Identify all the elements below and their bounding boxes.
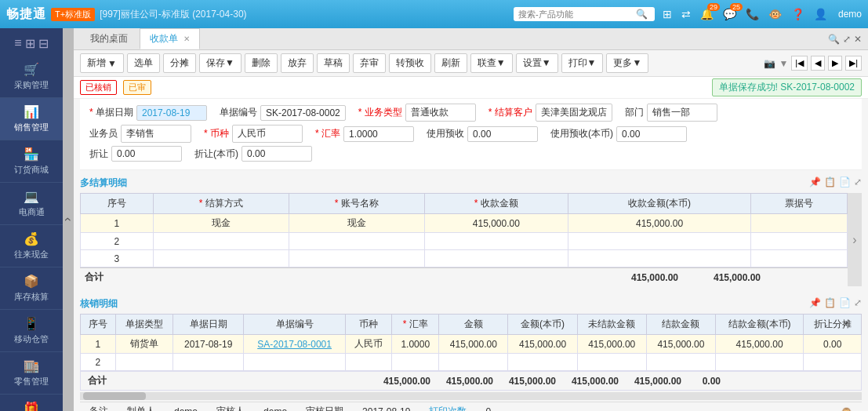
v-copy-icon[interactable]: 📋 (824, 297, 836, 308)
user-icon[interactable]: 👤 (812, 6, 829, 22)
bill-date-value[interactable]: 2017-08-19 (136, 105, 207, 121)
refresh-button[interactable]: 刷新 (434, 53, 467, 73)
sidebar-item-retail[interactable]: 🏬 零售管理 (0, 352, 63, 395)
ms-table-row[interactable]: 2 (81, 233, 848, 250)
split-button[interactable]: 分摊 (163, 53, 196, 73)
v-cell-outstanding: 415,000.00 (577, 335, 646, 354)
retail-icon: 🏬 (24, 358, 39, 373)
select-button[interactable]: 选单 (127, 53, 160, 73)
copy-icon[interactable]: 📋 (824, 176, 836, 187)
ms-cell-bill-no (751, 250, 848, 267)
link-button[interactable]: 联查▼ (470, 53, 513, 73)
creator-value: demo (174, 406, 198, 412)
tab-receipt[interactable]: 收款单 ✕ (140, 28, 200, 49)
v-cell-bill-no (244, 354, 346, 371)
expand-icon[interactable]: ⤢ (843, 34, 851, 45)
v-total-row: 合计 415,000.00 415,000.00 415,000.00 415,… (80, 371, 862, 391)
expand-table-icon[interactable]: ⤢ (854, 176, 862, 187)
biz-type-label: * 业务类型 (358, 106, 402, 119)
more-button[interactable]: 更多▼ (606, 53, 648, 73)
ms-cell-amount-local: 415,000.00 (568, 214, 750, 233)
draft-button[interactable]: 草稿 (317, 53, 350, 73)
creator-label: 制单人 (127, 405, 155, 411)
v-table-row[interactable]: 2 (81, 354, 862, 371)
horizontal-scrollbar[interactable] (80, 392, 862, 400)
print-button[interactable]: 打印▼ (561, 53, 604, 73)
notification-icon[interactable]: 🔔29 (699, 6, 715, 22)
nav-last-button[interactable]: ▶| (845, 56, 862, 71)
sidebar-item-cash[interactable]: 💰 往来现金 (0, 225, 63, 267)
sidebar-item-promo[interactable]: 🎁 促销管理 (0, 395, 63, 411)
inventory-icon: 📦 (24, 274, 39, 289)
toolbar: 新增▼ 选单 分摊 保存▼ 删除 放弃 草稿 弃审 (74, 50, 868, 77)
v-expand-icon[interactable]: ⤢ (854, 297, 862, 308)
ms-total-amount-local: 415,000.00 (694, 272, 780, 283)
v-th-discount: 折让分摊 (804, 315, 862, 335)
sidebar-item-order[interactable]: 🏪 订货商城 (0, 140, 63, 183)
help-icon[interactable]: ❓ (790, 6, 806, 22)
content-area: 我的桌面 收款单 ✕ 🔍 ⤢ ✕ 新增▼ 选单 分摊 (74, 28, 868, 411)
sidebar-item-ecom[interactable]: 💻 电商通 (0, 183, 63, 225)
search-toolbar-icon[interactable]: 🔍 (828, 34, 840, 45)
search-box[interactable]: 🔍 (514, 7, 655, 21)
scrollable-content[interactable]: 单据日期 2017-08-19 单据编号 SK-2017-08-0002 * 业… (74, 99, 868, 411)
bottom-monkey-icon: 🐵 (841, 406, 852, 412)
v-table-row[interactable]: 1 销货单 2017-08-19 SA-2017-08-0001 人民币 1.0… (81, 335, 862, 354)
ms-total-label: 合计 (85, 271, 616, 284)
delete-button[interactable]: 删除 (245, 53, 278, 73)
nav-next-button[interactable]: ▶ (828, 56, 842, 71)
ms-cell-amount: 415,000.00 (424, 214, 568, 233)
customer-value[interactable]: 美津美固龙观店 (536, 104, 612, 122)
mobile-wh-icon: 📱 (24, 316, 39, 331)
multi-settlement-table-container: 序号 结算方式 账号名称 收款金额 收款金额(本币) 票据号 1 现金 (80, 193, 862, 286)
phone-icon[interactable]: 📞 (744, 6, 761, 22)
success-message: 单据保存成功! SK-2017-08-0002 (712, 78, 862, 96)
nav-prev-button[interactable]: ◀ (811, 56, 825, 71)
sidebar-item-mobile-wh[interactable]: 📱 移动仓管 (0, 310, 63, 352)
v-bill-no-link[interactable]: SA-2017-08-0001 (257, 339, 332, 350)
close-review-button[interactable]: 弃审 (353, 53, 386, 73)
transfer-icon[interactable]: ⇄ (680, 6, 692, 22)
ms-cell-no: 1 (81, 214, 154, 233)
ms-table-row[interactable]: 3 (81, 250, 848, 267)
transfer-button[interactable]: 转预收 (389, 53, 431, 73)
field-prepaid: 使用预收 0.00 (427, 126, 538, 142)
save-button[interactable]: 保存▼ (199, 53, 242, 73)
cash-icon: 💰 (24, 231, 39, 246)
pin-icon[interactable]: 📌 (809, 176, 821, 187)
nav-first-button[interactable]: |◀ (791, 56, 808, 71)
v-cell-bill-type (115, 354, 173, 371)
v-paste-icon[interactable]: 📄 (839, 297, 851, 308)
bill-no-label: 单据编号 (220, 106, 257, 119)
ms-right-panel[interactable]: › (848, 193, 862, 286)
sidebar-collapse-btn[interactable]: ‹ (63, 28, 74, 411)
message-icon[interactable]: 💬25 (721, 6, 738, 22)
scrollbar-thumb (83, 392, 146, 400)
settings-button[interactable]: 设置▼ (516, 53, 558, 73)
tab-close-receipt[interactable]: ✕ (183, 35, 190, 43)
paste-icon[interactable]: 📄 (839, 176, 851, 187)
sidebar-item-purchase[interactable]: 🛒 采购管理 (0, 56, 63, 98)
search-input[interactable] (518, 9, 636, 19)
sidebar-item-inventory[interactable]: 📦 库存核算 (0, 267, 63, 310)
rate-value: 1.0000 (343, 126, 414, 142)
sidebar-item-sales[interactable]: 📊 销售管理 (0, 98, 63, 140)
ms-table-row[interactable]: 1 现金 现金 415,000.00 415,000.00 (81, 214, 848, 233)
toolbar-nav-prev-icon[interactable]: ▼ (779, 58, 788, 69)
ms-th-account: 账号名称 (289, 194, 424, 214)
home-icon[interactable]: ⊞ (661, 6, 674, 22)
v-th-settled-local: 结款金额(本币) (716, 315, 804, 335)
verification-icons: 📌 📋 📄 ⤢ (809, 297, 862, 308)
footer-bar: 备注 制单人 demo 审核人 demo 审核日期 2017-08-19 打印次… (80, 402, 862, 411)
v-pin-icon[interactable]: 📌 (809, 297, 821, 308)
verification-table: 序号 单据类型 单据日期 单据编号 币种 汇率 金额 金额(本币) 未结款金额 (80, 314, 862, 371)
camera-icon[interactable]: 📷 (764, 58, 775, 69)
print-count-label[interactable]: 打印次数 (429, 405, 467, 411)
close-tab-icon[interactable]: ✕ (854, 34, 862, 45)
release-button[interactable]: 放弃 (281, 53, 314, 73)
new-button[interactable]: 新增▼ (80, 53, 124, 73)
verification-table-container: 序号 单据类型 单据日期 单据编号 币种 汇率 金额 金额(本币) 未结款金额 (80, 314, 862, 402)
tab-dashboard[interactable]: 我的桌面 (80, 28, 138, 49)
sales-icon: 📊 (24, 104, 39, 119)
sidebar-menu-toggle[interactable]: ≡⊞⊟ (9, 31, 53, 56)
